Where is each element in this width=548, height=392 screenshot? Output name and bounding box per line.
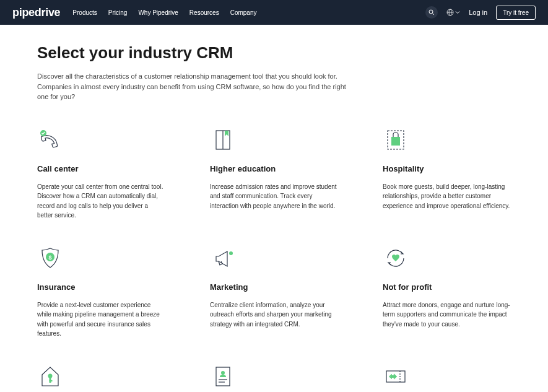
book-icon — [210, 127, 236, 153]
page-subtitle: Discover all the characteristics of a cu… — [37, 71, 347, 102]
svg-rect-10 — [391, 137, 400, 146]
card-real-estate[interactable]: Real estate and property Save valuable t… — [37, 364, 165, 393]
house-key-icon — [37, 364, 63, 390]
card-call-center[interactable]: Call center Operate your call center fro… — [37, 127, 165, 220]
nav-products[interactable]: Products — [72, 9, 97, 16]
globe-icon — [446, 9, 454, 16]
heart-refresh-icon — [383, 245, 409, 271]
card-desc: Provide a next-level customer experience… — [37, 300, 165, 339]
card-title: Insurance — [37, 282, 165, 292]
svg-point-13 — [229, 251, 233, 255]
plane-ticket-icon — [383, 364, 409, 390]
svg-point-0 — [429, 10, 433, 14]
card-marketing[interactable]: Marketing Centralize client information,… — [210, 245, 338, 339]
page-title: Select your industry CRM — [37, 43, 511, 63]
megaphone-icon — [210, 245, 236, 271]
phone-icon — [37, 127, 63, 153]
card-travel[interactable]: Travel Manage inbound inquiries, increas… — [383, 364, 511, 393]
nav-pricing[interactable]: Pricing — [108, 9, 128, 16]
svg-line-1 — [433, 14, 435, 15]
svg-text:$: $ — [48, 255, 51, 261]
shopping-bag-icon — [383, 127, 409, 153]
svg-point-18 — [221, 371, 225, 375]
header-right: Log in Try it free — [425, 6, 536, 20]
card-desc: Operate your call center from one centra… — [37, 182, 165, 220]
nav: Products Pricing Why Pipedrive Resources… — [72, 9, 256, 16]
nav-why[interactable]: Why Pipedrive — [138, 9, 178, 16]
card-higher-education[interactable]: Higher education Increase admission rate… — [210, 127, 338, 220]
nav-resources[interactable]: Resources — [189, 9, 219, 16]
login-link[interactable]: Log in — [469, 9, 487, 16]
card-title: Marketing — [210, 282, 338, 292]
svg-rect-15 — [50, 377, 51, 383]
card-title: Hospitality — [383, 164, 511, 173]
language-button[interactable] — [446, 9, 460, 16]
chevron-down-icon — [455, 10, 460, 15]
try-free-button[interactable]: Try it free — [496, 6, 536, 20]
card-desc: Centralize client information, analyze y… — [210, 300, 338, 329]
card-not-for-profit[interactable]: Not for profit Attract more donors, enga… — [383, 245, 511, 339]
logo[interactable]: pipedrive — [12, 6, 60, 19]
card-recruitment[interactable]: Recruitment Attract high-quality applica… — [210, 364, 338, 393]
industry-grid: Call center Operate your call center fro… — [37, 127, 511, 393]
main-container: Select your industry CRM Discover all th… — [0, 25, 548, 392]
card-title: Not for profit — [383, 282, 511, 292]
search-icon — [428, 9, 435, 15]
card-title: Higher education — [210, 164, 338, 173]
resume-icon — [210, 364, 236, 390]
card-desc: Attract more donors, engage and nurture … — [383, 300, 511, 329]
card-desc: Increase admission rates and improve stu… — [210, 182, 338, 211]
card-desc: Book more guests, build deeper, long-las… — [383, 182, 511, 211]
card-title: Call center — [37, 164, 165, 173]
header: pipedrive Products Pricing Why Pipedrive… — [0, 0, 548, 25]
header-left: pipedrive Products Pricing Why Pipedrive… — [12, 6, 256, 19]
card-insurance[interactable]: $ Insurance Provide a next-level custome… — [37, 245, 165, 339]
nav-company[interactable]: Company — [230, 9, 257, 16]
shield-icon: $ — [37, 245, 63, 271]
card-hospitality[interactable]: Hospitality Book more guests, build deep… — [383, 127, 511, 220]
svg-rect-16 — [50, 380, 53, 381]
search-button[interactable] — [425, 6, 438, 19]
